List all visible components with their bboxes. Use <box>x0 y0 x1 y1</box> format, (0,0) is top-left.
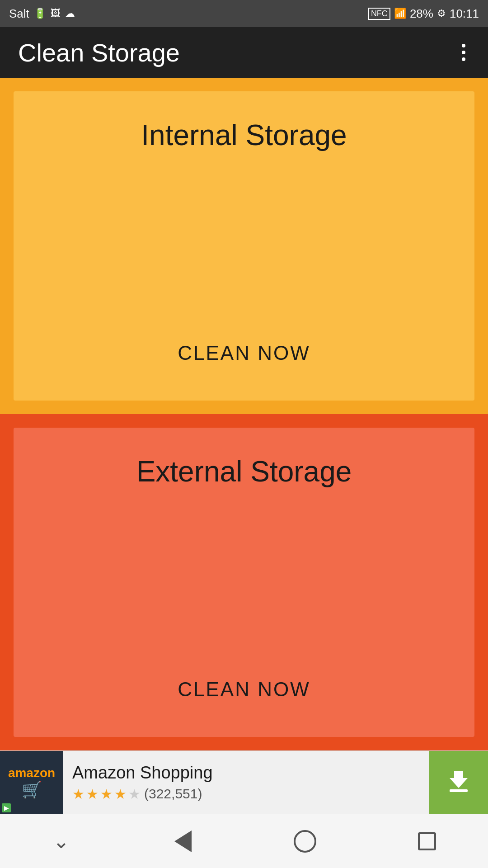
nav-back-button[interactable] <box>165 823 201 859</box>
cloud-icon: ☁ <box>65 8 75 19</box>
internal-storage-section: Internal Storage CLEAN NOW <box>0 78 488 414</box>
svg-rect-0 <box>450 789 468 792</box>
ad-app-icon: amazon 🛒 ▶ <box>0 751 63 814</box>
charge-icon: ⚙ <box>437 8 446 19</box>
more-dot-2 <box>462 51 465 54</box>
more-dot-1 <box>462 44 465 47</box>
svg-marker-1 <box>450 771 468 788</box>
ad-download-button[interactable] <box>429 751 488 814</box>
navigation-bar: ⌄ <box>0 814 488 868</box>
ad-rating: ★ ★ ★ ★ ★ (322,551) <box>72 786 420 802</box>
nav-recents-button[interactable] <box>409 823 445 859</box>
ad-banner[interactable]: amazon 🛒 ▶ Amazon Shopping ★ ★ ★ ★ ★ (32… <box>0 750 488 814</box>
nav-chevron-down-button[interactable]: ⌄ <box>43 823 79 859</box>
star-3: ★ <box>100 786 113 802</box>
recents-icon <box>418 832 436 850</box>
time-display: 10:11 <box>450 7 479 21</box>
more-menu-button[interactable] <box>457 39 470 66</box>
chevron-down-icon: ⌄ <box>53 830 70 853</box>
app-title: Clean Storage <box>18 38 180 67</box>
external-clean-now-button[interactable]: CLEAN NOW <box>160 669 328 710</box>
status-bar-left: Salt 🔋 🖼 ☁ <box>9 7 75 21</box>
ad-app-name: Amazon Shopping <box>72 763 420 783</box>
image-icon: 🖼 <box>51 8 61 19</box>
download-icon <box>445 769 472 796</box>
ad-label: ▶ <box>2 803 11 812</box>
main-content: Internal Storage CLEAN NOW External Stor… <box>0 78 488 750</box>
star-5: ★ <box>128 786 141 802</box>
carrier-text: Salt <box>9 7 29 21</box>
star-1: ★ <box>72 786 84 802</box>
battery-icon: 🔋 <box>34 8 46 19</box>
status-bar: Salt 🔋 🖼 ☁ NFC 📶 28% ⚙ 10:11 <box>0 0 488 27</box>
app-bar: Clean Storage <box>0 27 488 78</box>
battery-percent: 28% <box>410 7 433 21</box>
external-storage-section: External Storage CLEAN NOW <box>0 414 488 750</box>
star-2: ★ <box>86 786 99 802</box>
signal-icon: 📶 <box>394 8 406 19</box>
ad-content: Amazon Shopping ★ ★ ★ ★ ★ (322,551) <box>63 763 429 802</box>
internal-storage-card: Internal Storage CLEAN NOW <box>14 91 474 401</box>
more-dot-3 <box>462 57 465 61</box>
nav-home-button[interactable] <box>287 823 323 859</box>
home-icon <box>294 830 316 853</box>
external-storage-card: External Storage CLEAN NOW <box>14 428 474 737</box>
internal-clean-now-button[interactable]: CLEAN NOW <box>160 333 328 373</box>
status-bar-right: NFC 📶 28% ⚙ 10:11 <box>368 7 479 21</box>
review-count: (322,551) <box>144 786 202 802</box>
internal-storage-title: Internal Storage <box>141 118 347 152</box>
back-icon <box>174 830 192 852</box>
nfc-icon: NFC <box>368 8 390 20</box>
star-rating: ★ ★ ★ ★ ★ <box>72 786 141 802</box>
star-4: ★ <box>114 786 127 802</box>
external-storage-title: External Storage <box>136 455 352 488</box>
